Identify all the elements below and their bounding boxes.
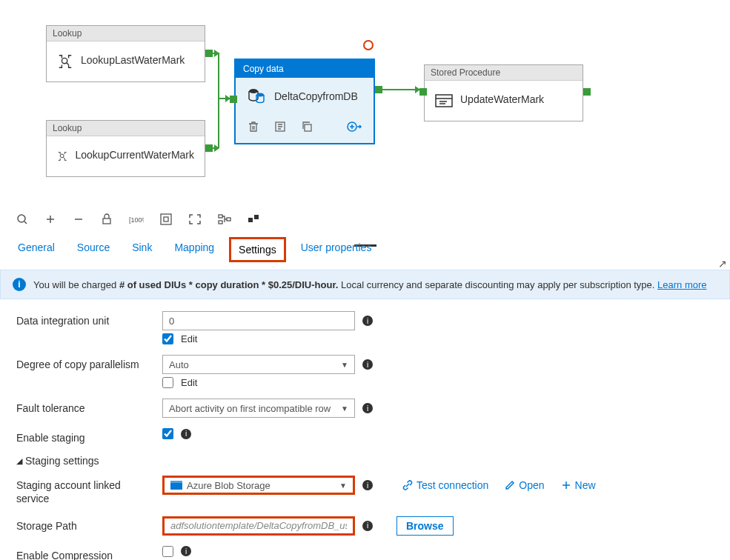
svg-rect-16 <box>248 218 253 222</box>
info-icon: i <box>13 278 26 291</box>
blob-storage-icon <box>170 481 182 490</box>
delete-icon[interactable] <box>248 121 259 133</box>
node-output-port[interactable] <box>205 144 213 152</box>
pipeline-canvas[interactable]: Lookup LookupLastWaterMark Lookup Lookup… <box>0 0 730 207</box>
edit-label: Edit <box>181 377 197 388</box>
svg-point-2 <box>249 89 258 93</box>
chevron-down-icon: ▼ <box>339 481 347 490</box>
storage-path-input[interactable] <box>162 516 355 536</box>
preview-icon[interactable] <box>274 121 286 133</box>
node-label: UpdateWaterMark <box>460 93 544 106</box>
node-input-port[interactable] <box>230 96 237 103</box>
tab-user-properties[interactable]: User properties <box>299 239 374 261</box>
node-header: Stored Procedure <box>425 65 583 81</box>
link-label: Test connection <box>417 479 488 491</box>
zoom-100-icon[interactable]: [100%] <box>129 213 144 225</box>
lookup-icon <box>57 148 67 164</box>
activity-tabs: General Source Sink Mapping Settings Use… <box>0 231 730 261</box>
select-value: Auto <box>169 359 189 370</box>
select-value: Abort activity on first incompatible row <box>169 403 331 414</box>
node-lookup-current-watermark[interactable]: Lookup LookupCurrentWaterMark <box>46 120 205 177</box>
tab-general[interactable]: General <box>16 239 56 261</box>
connector-line <box>218 99 219 148</box>
browse-button[interactable]: Browse <box>396 516 454 536</box>
expand-panel-icon[interactable]: ↗ <box>718 258 727 270</box>
connection-icon <box>402 480 413 490</box>
collapse-icon: ◢ <box>16 456 22 466</box>
staging-settings-label: Staging settings <box>25 455 99 467</box>
node-output-port[interactable] <box>375 86 382 93</box>
add-activity-icon[interactable] <box>347 121 362 133</box>
enable-staging-checkbox[interactable] <box>162 428 173 439</box>
staging-linked-service-select[interactable]: Azure Blob Storage ▼ <box>162 476 355 495</box>
staging-settings-header[interactable]: ◢ Staging settings <box>16 455 714 467</box>
info-icon[interactable]: i <box>362 403 373 413</box>
parallelism-select[interactable]: Auto ▼ <box>162 355 355 374</box>
svg-rect-13 <box>219 215 222 218</box>
fault-tolerance-label: Fault tolerance <box>16 399 153 415</box>
svg-point-0 <box>62 58 67 63</box>
node-output-port[interactable] <box>205 50 213 57</box>
enable-compression-label: Enable Compression <box>16 546 153 560</box>
banner-text: Local currency and separate discounting … <box>338 279 657 290</box>
diu-edit-checkbox[interactable] <box>162 333 173 344</box>
fit-icon[interactable] <box>160 213 172 225</box>
node-stored-procedure[interactable]: Stored Procedure UpdateWaterMark <box>424 64 583 121</box>
svg-rect-7 <box>436 95 452 107</box>
search-icon[interactable] <box>16 213 28 225</box>
link-label: New <box>575 479 596 491</box>
svg-point-3 <box>256 93 264 97</box>
info-icon[interactable]: i <box>362 316 373 326</box>
node-output-port[interactable] <box>583 88 591 96</box>
banner-text: You will be charged <box>33 279 119 290</box>
learn-more-link[interactable]: Learn more <box>657 279 706 290</box>
enable-staging-label: Enable staging <box>16 428 153 444</box>
tab-settings[interactable]: Settings <box>237 241 278 259</box>
node-header: Copy data <box>236 60 374 78</box>
open-button[interactable]: Open <box>505 479 544 491</box>
staging-linked-service-label: Staging account linked service <box>16 476 153 505</box>
node-header: Lookup <box>47 26 205 41</box>
link-label: Open <box>519 479 544 491</box>
enable-compression-checkbox[interactable] <box>162 546 173 557</box>
zoom-in-icon[interactable] <box>44 213 56 225</box>
banner-bold: # of used DIUs * copy duration * $0.25/D… <box>119 279 338 290</box>
info-icon[interactable]: i <box>362 480 373 490</box>
node-input-port[interactable] <box>419 88 427 96</box>
tab-mapping[interactable]: Mapping <box>173 239 216 261</box>
info-icon[interactable]: i <box>181 429 191 439</box>
fault-tolerance-select[interactable]: Abort activity on first incompatible row… <box>162 399 355 418</box>
minimap-icon[interactable] <box>248 213 259 225</box>
node-copy-data[interactable]: Copy data DeltaCopyfromDB <box>234 59 375 144</box>
tab-sink[interactable]: Sink <box>130 239 153 261</box>
stored-procedure-icon <box>435 93 453 109</box>
arrange-icon[interactable] <box>218 213 231 225</box>
node-lookup-last-watermark[interactable]: Lookup LookupLastWaterMark <box>46 25 205 82</box>
svg-point-8 <box>18 215 25 222</box>
chevron-down-icon: ▼ <box>341 361 348 369</box>
svg-rect-15 <box>227 218 230 221</box>
tab-source[interactable]: Source <box>76 239 111 261</box>
info-icon[interactable]: i <box>362 521 373 531</box>
database-icon <box>248 88 265 104</box>
parallelism-edit-checkbox[interactable] <box>162 377 173 388</box>
lock-icon[interactable] <box>101 213 113 225</box>
new-button[interactable]: New <box>561 479 596 491</box>
diu-input[interactable] <box>162 311 355 330</box>
test-connection-button[interactable]: Test connection <box>402 479 488 491</box>
fullscreen-icon[interactable] <box>188 213 202 225</box>
settings-form: Data integration unit i Edit Degree of c… <box>0 307 730 560</box>
status-indicator <box>363 40 374 50</box>
copy-icon[interactable] <box>301 121 313 133</box>
select-value: Azure Blob Storage <box>187 480 271 491</box>
svg-rect-17 <box>254 215 259 219</box>
zoom-out-icon[interactable] <box>73 213 84 225</box>
connector-arrow <box>218 98 230 99</box>
svg-rect-5 <box>305 124 311 131</box>
svg-rect-14 <box>219 221 222 224</box>
node-label: DeltaCopyfromDB <box>274 90 358 102</box>
info-icon[interactable]: i <box>362 359 373 370</box>
info-icon[interactable]: i <box>181 546 191 556</box>
node-header: Lookup <box>47 121 205 136</box>
svg-rect-11 <box>161 214 171 224</box>
